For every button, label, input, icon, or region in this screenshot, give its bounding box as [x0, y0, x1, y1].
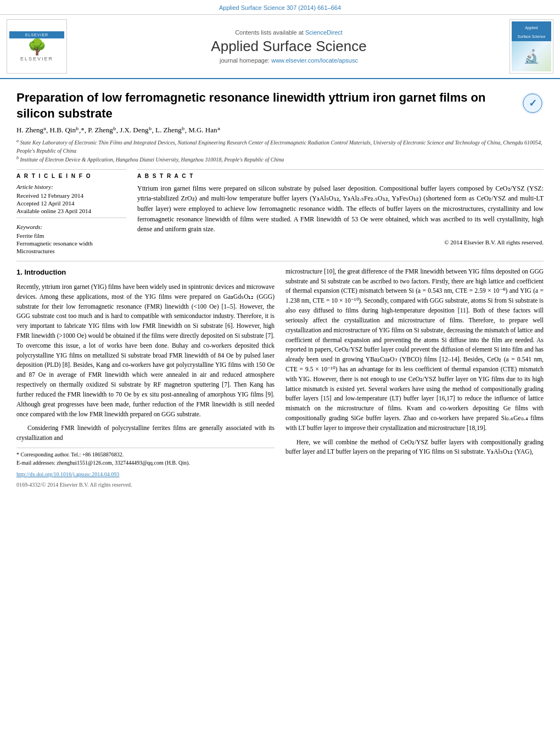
crossmark-badge: ✓ — [522, 92, 544, 114]
article-title: Preparation of low ferromagnetic resonan… — [16, 90, 515, 121]
affiliations: a State Key Laboratory of Electronic Thi… — [16, 138, 544, 164]
affiliation-b: b Institute of Electron Device & Applica… — [16, 155, 544, 164]
sciencedirect-link[interactable]: ScienceDirect — [305, 29, 343, 36]
contents-available-line: Contents lists available at ScienceDirec… — [235, 29, 343, 36]
elsevier-logo-top: ELSEVIER — [9, 31, 64, 38]
article-info-heading: A R T I C L E I N F O — [16, 169, 126, 179]
body-left-col: 1. Introduction Recently, yttrium iron g… — [16, 267, 275, 489]
abstract-text: Yttrium iron garnet films were prepared … — [137, 183, 544, 235]
abstract-col: A B S T R A C T Yttrium iron garnet film… — [137, 169, 544, 255]
journal-thumbnail: Applied Surface Science 🔬 — [509, 19, 553, 74]
issn-line: 0169-4332/© 2014 Elsevier B.V. All right… — [16, 481, 275, 489]
doi-link[interactable]: http://dx.doi.org/10.1016/j.apsusc.2014.… — [16, 471, 119, 477]
journal-thumb-header: Applied Surface Science — [512, 21, 551, 41]
article-info-abstract: A R T I C L E I N F O Article history: R… — [16, 169, 544, 255]
keyword-2: Ferromagnetic resonance width — [16, 240, 126, 247]
article-title-section: Preparation of low ferromagnetic resonan… — [16, 86, 544, 121]
homepage-line: journal homepage: www.elsevier.com/locat… — [220, 57, 358, 64]
svg-text:✓: ✓ — [529, 98, 537, 109]
body-section: 1. Introduction Recently, yttrium iron g… — [16, 261, 544, 489]
journal-thumb-image: 🔬 — [512, 41, 551, 71]
elsevier-header: ELSEVIER 🌳 ELSEVIER Contents lists avail… — [0, 15, 560, 79]
body-para-1: Recently, yttrium iron garnet (YIG) film… — [16, 282, 275, 419]
elsevier-top-text: ELSEVIER — [25, 33, 48, 37]
keywords-section: Keywords: Ferrite film Ferromagnetic res… — [16, 224, 126, 254]
section1-heading: 1. Introduction — [16, 267, 275, 278]
available-date: Available online 23 April 2014 — [16, 208, 126, 214]
top-header: Applied Surface Science 307 (2014) 661–6… — [0, 0, 560, 15]
body-right-para-1: microstructure [10], the great differenc… — [285, 267, 544, 433]
received-date: Received 12 February 2014 — [16, 192, 126, 199]
footnote-email: E-mail addresses: zhenghui1551@126.com, … — [16, 459, 275, 467]
elsevier-tree-icon: 🌳 — [27, 40, 47, 55]
abstract-heading: A B S T R A C T — [137, 169, 544, 179]
header-center: Contents lists available at ScienceDirec… — [72, 19, 505, 74]
authors-line: H. Zhengᵃ, H.B. Qinᵇ,*, P. Zhengᵇ, J.X. … — [16, 126, 544, 135]
affiliation-a: a State Key Laboratory of Electronic Thi… — [16, 138, 544, 154]
footnote-section: * Corresponding author. Tel.: +86 186588… — [16, 448, 275, 467]
history-heading: Article history: — [16, 183, 126, 190]
journal-title-header: Applied Surface Science — [211, 38, 366, 55]
elsevier-logo-box: ELSEVIER 🌳 ELSEVIER — [7, 19, 67, 74]
elsevier-bottom-text: ELSEVIER — [20, 56, 53, 62]
footnote-corresponding: * Corresponding author. Tel.: +86 186588… — [16, 450, 275, 459]
keywords-heading: Keywords: — [16, 224, 126, 230]
homepage-link[interactable]: www.elsevier.com/locate/apsusc — [271, 57, 358, 64]
divider-1 — [16, 217, 126, 218]
journal-ref: Applied Surface Science 307 (2014) 661–6… — [219, 4, 341, 11]
doi-link-line: http://dx.doi.org/10.1016/j.apsusc.2014.… — [16, 470, 275, 479]
keyword-1: Ferrite film — [16, 232, 126, 239]
body-two-col: 1. Introduction Recently, yttrium iron g… — [16, 267, 544, 489]
accepted-date: Accepted 12 April 2014 — [16, 200, 126, 207]
main-content: Preparation of low ferromagnetic resonan… — [0, 79, 560, 500]
keyword-3: Microstructures — [16, 248, 126, 254]
body-para-2: Considering FMR linewidth of polycrystal… — [16, 423, 275, 443]
body-right-col: microstructure [10], the great differenc… — [285, 267, 544, 489]
body-right-para-2: Here, we will combine the method of CeO₂… — [285, 438, 544, 458]
article-info-col: A R T I C L E I N F O Article history: R… — [16, 169, 126, 255]
copyright-line: © 2014 Elsevier B.V. All rights reserved… — [137, 239, 544, 246]
history-section: Article history: Received 12 February 20… — [16, 183, 126, 214]
